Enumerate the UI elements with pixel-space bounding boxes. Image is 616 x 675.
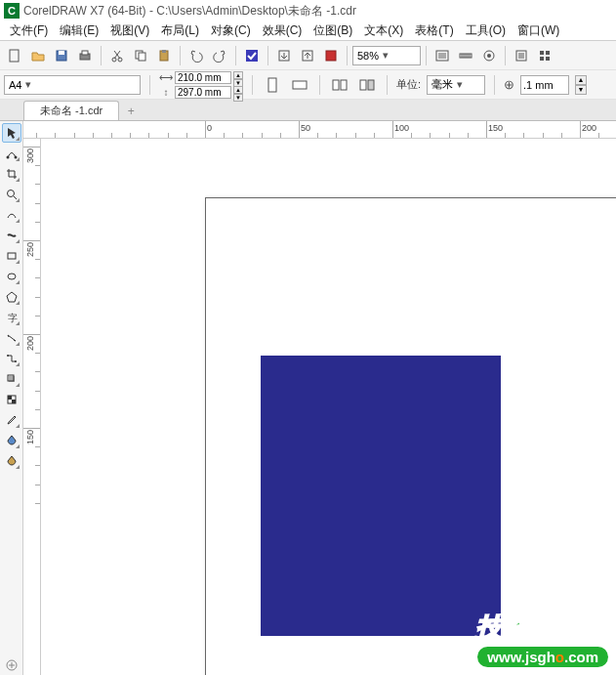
svg-point-33 [7, 190, 14, 197]
save-icon[interactable] [51, 45, 72, 66]
zoom-combo[interactable]: 58% ▾ [352, 46, 421, 65]
quick-customize-icon[interactable] [2, 655, 21, 675]
paste-icon[interactable] [153, 45, 175, 66]
connector-tool-icon[interactable] [2, 349, 21, 368]
import-icon[interactable] [273, 45, 295, 66]
canvas[interactable] [41, 139, 616, 675]
show-rulers-icon[interactable] [455, 45, 476, 66]
separator [180, 46, 181, 65]
svg-rect-28 [341, 80, 347, 90]
tab-document-1[interactable]: 未命名 -1.cdr [23, 101, 119, 120]
chevron-down-icon: ▾ [457, 78, 463, 91]
zoom-tool-icon[interactable] [2, 185, 21, 204]
app-launcher-icon[interactable] [534, 45, 555, 66]
menu-edit[interactable]: 编辑(E) [54, 22, 104, 39]
menu-table[interactable]: 表格(T) [409, 22, 459, 39]
nudge-spinner[interactable]: ▲▼ [575, 75, 587, 95]
height-icon: ↕ [159, 87, 173, 98]
svg-point-31 [6, 156, 9, 159]
all-pages-icon[interactable] [329, 74, 350, 96]
shape-tool-icon[interactable] [2, 144, 21, 163]
print-icon[interactable] [74, 45, 96, 66]
options-icon[interactable] [511, 45, 532, 66]
title-bar: C CorelDRAW X7 (64-Bit) - C:\Users\Admin… [0, 0, 616, 21]
chevron-down-icon: ▾ [383, 49, 389, 62]
page-width-input[interactable]: 210.0 mm [175, 71, 231, 84]
separator [347, 46, 348, 65]
ellipse-tool-icon[interactable] [2, 267, 21, 286]
nudge-icon: ⊕ [504, 77, 514, 92]
ruler-horizontal[interactable] [23, 121, 616, 139]
units-label: 单位: [396, 77, 421, 92]
ruler-vertical[interactable]: 300250200150 [23, 139, 41, 675]
menu-tools[interactable]: 工具(O) [460, 22, 512, 39]
zoom-value: 58% [357, 50, 379, 62]
rectangle-object[interactable] [261, 356, 501, 636]
redo-icon[interactable] [209, 45, 230, 66]
publish-pdf-icon[interactable] [320, 45, 342, 66]
page-height-input[interactable]: 297.0 mm [175, 86, 231, 99]
parallel-dimension-tool-icon[interactable] [2, 328, 21, 348]
page-dimensions: ⟷ 210.0 mm ▲▼ ↕ 297.0 mm ▲▼ [159, 71, 243, 99]
menu-view[interactable]: 视图(V) [104, 22, 155, 39]
interactive-fill-tool-icon[interactable] [2, 431, 21, 450]
cut-icon[interactable] [106, 45, 128, 66]
page-size-value: A4 [9, 79, 21, 91]
transparency-tool-icon[interactable] [2, 390, 21, 409]
window-title: CorelDRAW X7 (64-Bit) - C:\Users\Admin\D… [23, 3, 356, 20]
separator [387, 75, 388, 95]
polygon-tool-icon[interactable] [2, 287, 21, 307]
separator [149, 75, 150, 95]
show-grid-icon[interactable] [478, 45, 500, 66]
current-page-icon[interactable] [356, 74, 378, 96]
height-spinner[interactable]: ▲▼ [233, 86, 243, 99]
svg-rect-30 [368, 80, 374, 90]
undo-icon[interactable] [185, 45, 207, 66]
svg-rect-42 [8, 396, 12, 400]
export-icon[interactable] [297, 45, 318, 66]
landscape-orientation-icon[interactable] [289, 74, 310, 96]
text-tool-icon[interactable]: 字 [2, 308, 21, 327]
units-combo[interactable]: 毫米 ▾ [427, 75, 485, 95]
portrait-orientation-icon[interactable] [262, 74, 283, 96]
width-spinner[interactable]: ▲▼ [233, 71, 243, 84]
menu-bitmap[interactable]: 位图(B) [308, 22, 358, 39]
fullscreen-preview-icon[interactable] [431, 45, 453, 66]
copy-icon[interactable] [130, 45, 151, 66]
svg-point-37 [7, 355, 9, 357]
menu-layout[interactable]: 布局(L) [155, 22, 205, 39]
open-icon[interactable] [27, 45, 49, 66]
smart-fill-tool-icon[interactable] [2, 451, 21, 471]
new-icon[interactable] [4, 45, 25, 66]
search-content-icon[interactable] [241, 45, 263, 66]
standard-toolbar: 58% ▾ [0, 41, 616, 70]
svg-point-19 [487, 54, 491, 58]
menu-bar: 文件(F) 编辑(E) 视图(V) 布局(L) 对象(C) 效果(C) 位图(B… [0, 21, 616, 41]
freehand-tool-icon[interactable] [2, 205, 21, 225]
rectangle-tool-icon[interactable] [2, 246, 21, 266]
svg-rect-0 [10, 50, 19, 62]
separator [426, 46, 427, 65]
svg-rect-11 [246, 50, 258, 62]
menu-window[interactable]: 窗口(W) [512, 22, 565, 39]
eyedropper-tool-icon[interactable] [2, 410, 21, 430]
artistic-media-tool-icon[interactable] [2, 226, 21, 245]
svg-rect-8 [139, 53, 145, 61]
menu-file[interactable]: 文件(F) [4, 22, 54, 39]
svg-point-35 [8, 274, 16, 279]
drop-shadow-tool-icon[interactable] [2, 369, 21, 389]
crop-tool-icon[interactable] [2, 164, 21, 184]
separator [267, 46, 268, 65]
nudge-input[interactable]: .1 mm [520, 75, 569, 95]
pick-tool-icon[interactable] [2, 123, 21, 143]
separator [505, 46, 506, 65]
menu-text[interactable]: 文本(X) [358, 22, 409, 39]
svg-rect-29 [360, 80, 366, 90]
add-tab-button[interactable]: + [121, 103, 141, 120]
page-size-combo[interactable]: A4 ▾ [4, 75, 141, 95]
toolbox: 字 [0, 121, 23, 675]
svg-rect-22 [546, 51, 550, 55]
units-value: 毫米 [431, 77, 453, 92]
menu-effects[interactable]: 效果(C) [257, 22, 308, 39]
menu-object[interactable]: 对象(C) [205, 22, 257, 39]
